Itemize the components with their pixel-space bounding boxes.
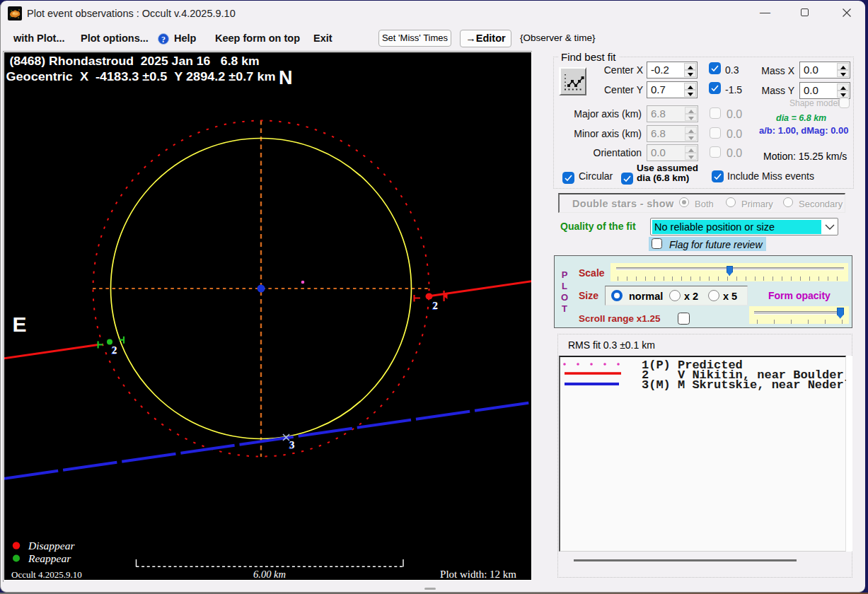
svg-text:Occult 4.2025.9.10: Occult 4.2025.9.10 <box>11 569 82 580</box>
svg-text:3: 3 <box>289 439 295 450</box>
svg-text:2: 2 <box>433 300 439 311</box>
svg-text:6.00 km: 6.00 km <box>253 569 286 580</box>
svg-text:(8468) Rhondastroud 2025 Jan: (8468) Rhondastroud 2025 Jan 16 6.8 km <box>10 54 260 68</box>
svg-text:N: N <box>279 67 293 88</box>
svg-text:E: E <box>13 313 27 336</box>
svg-text:Reappear: Reappear <box>28 552 71 564</box>
svg-text:Disappear: Disappear <box>28 540 75 552</box>
svg-text:Geocentric X -4183.3 ±0.5 Y: Geocentric X -4183.3 ±0.5 Y 2894.2 ±0.7 … <box>6 70 276 83</box>
svg-text:?: ? <box>161 35 166 45</box>
svg-text:2: 2 <box>112 344 117 356</box>
svg-text:Plot width: 12 km: Plot width: 12 km <box>440 569 516 580</box>
svg-text:3(M) M Skrutskie, near Nederla: 3(M) M Skrutskie, near Nederland <box>642 378 846 392</box>
